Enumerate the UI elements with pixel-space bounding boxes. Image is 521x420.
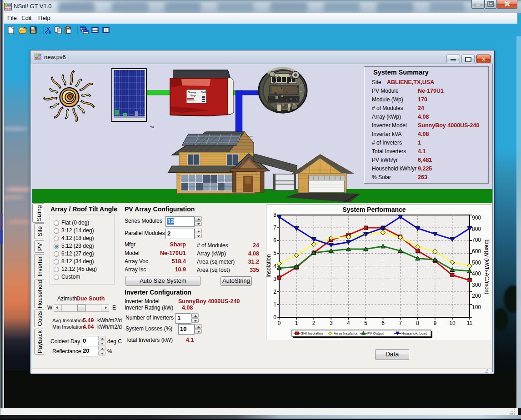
svg-text:1: 1 [295,320,298,326]
svg-text:900: 900 [472,215,481,221]
svg-text:0: 0 [273,314,276,320]
svg-text:700: 700 [472,237,481,243]
svg-text:10: 10 [449,320,456,326]
svg-text:SMA: SMA [201,91,206,94]
svg-text:200: 200 [472,293,481,299]
svg-text:Energy (kWh-AC/mon): Energy (kWh-AC/mon) [484,240,490,295]
svg-text:PV Output: PV Output [367,331,384,335]
svg-text:System Performance: System Performance [342,206,406,213]
svg-text:400: 400 [472,270,481,277]
svg-text:8: 8 [273,212,276,218]
svg-text:Insolation: Insolation [266,254,272,277]
svg-text:9: 9 [433,320,436,326]
svg-text:300: 300 [472,282,481,288]
svg-text:0: 0 [278,320,281,326]
svg-text:Household Load: Household Load [401,331,427,335]
svg-text:3: 3 [273,276,276,282]
svg-text:NSol: NSol [5,7,11,10]
svg-text:5: 5 [364,320,367,326]
svg-text:8: 8 [416,320,419,326]
svg-text:500: 500 [472,260,481,266]
svg-text:800: 800 [472,226,481,232]
svg-text:GHI Insolation: GHI Insolation [301,331,323,335]
svg-text:3: 3 [330,320,333,326]
svg-text:GT: GT [8,4,12,7]
svg-text:Array Insolation: Array Insolation [334,331,358,335]
svg-text:Boy: Boy [190,94,196,97]
svg-text:NSol: NSol [35,57,41,60]
svg-text:Sunny: Sunny [188,91,196,94]
svg-text:2: 2 [273,289,276,295]
svg-text:1: 1 [273,301,276,308]
svg-text:4: 4 [347,320,350,326]
svg-text:6: 6 [273,237,276,244]
svg-text:2: 2 [312,320,316,326]
svg-text:600: 600 [472,248,481,255]
svg-text:4: 4 [273,263,276,270]
svg-text:6: 6 [381,320,385,326]
svg-text:7: 7 [273,225,276,231]
svg-text:11: 11 [467,320,473,326]
svg-text:5: 5 [273,250,276,256]
svg-text:7: 7 [399,320,402,326]
svg-text:100: 100 [472,304,481,310]
